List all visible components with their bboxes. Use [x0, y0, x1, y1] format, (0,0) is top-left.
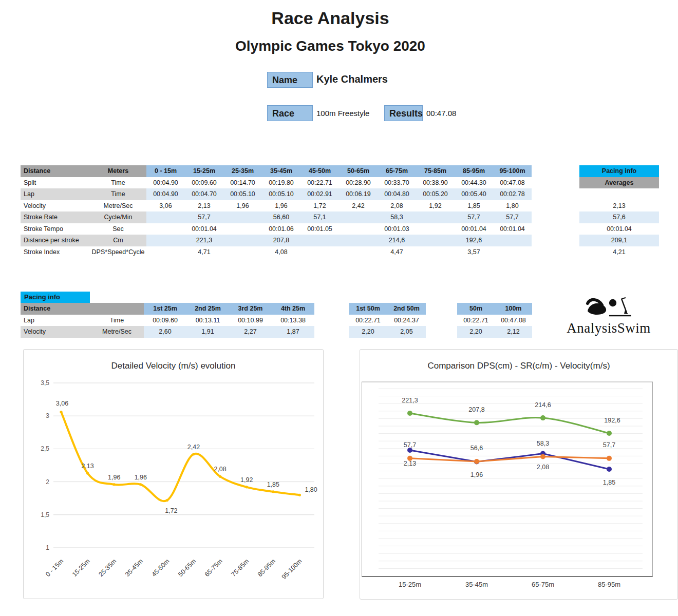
- race-value: 100m Freestyle: [316, 109, 369, 118]
- data-label: 1,96: [108, 474, 120, 481]
- value-cell: [146, 211, 185, 223]
- y-tick-label: 1: [46, 544, 49, 551]
- value-cell: [416, 235, 455, 246]
- value-cell: 3,06: [146, 200, 185, 212]
- value-cell: 2,20: [349, 326, 387, 338]
- series-marker-0: [474, 420, 479, 425]
- row-unit: Cm: [90, 235, 146, 246]
- x-category-label: 75-85m: [230, 557, 250, 578]
- splits-table: DistanceMeters0 - 15m15-25m25-35m35-45m4…: [21, 165, 532, 258]
- value-cell: 2,20: [457, 326, 495, 338]
- average-value: 2,13: [579, 200, 659, 212]
- value-cell: 00:01.03: [378, 223, 416, 235]
- table-row: VelocityMetre/Sec3,062,131,961,961,722,4…: [21, 200, 532, 212]
- value-cell: 00:05.10: [223, 188, 262, 200]
- velocity-marker: [298, 494, 301, 496]
- column-header: 4th 25m: [272, 303, 314, 315]
- column-header: 0 - 15m: [146, 165, 185, 177]
- value-cell: 00:22.71: [300, 177, 339, 189]
- value-cell: 00:01.04: [455, 223, 493, 235]
- value-cell: 00:10.99: [229, 315, 272, 326]
- value-cell: 00:44.30: [455, 177, 493, 189]
- data-label: 2,08: [214, 466, 226, 473]
- data-label: 57,7: [404, 441, 416, 449]
- value-cell: 00:05.20: [416, 188, 455, 200]
- data-label: 2,08: [537, 464, 549, 471]
- value-cell: [223, 211, 262, 223]
- average-value: [579, 188, 659, 200]
- row-label: Lap: [21, 315, 90, 326]
- value-cell: 00:47.08: [493, 177, 532, 189]
- value-cell: 00:04.90: [146, 188, 185, 200]
- value-cell: 3,57: [455, 246, 493, 258]
- table-row: Distance per strokeCm221,3207,8214,6192,…: [21, 235, 532, 246]
- race-label: Race: [267, 105, 313, 121]
- row-unit: Time: [90, 177, 146, 189]
- value-cell: 00:02.91: [300, 188, 339, 200]
- corner-distance: Distance: [21, 303, 144, 315]
- swimmer-icon: [585, 297, 633, 320]
- data-label: 214,6: [535, 401, 551, 409]
- data-label: 207,8: [468, 406, 484, 413]
- velocity-marker: [139, 483, 142, 486]
- value-cell: 00:38.90: [416, 177, 455, 189]
- row-unit: Cycle/Min: [90, 211, 146, 223]
- page-title: Race Analysis: [0, 8, 661, 28]
- row-unit: Time: [90, 315, 144, 326]
- velocity-marker: [60, 411, 62, 413]
- y-tick-label: 2,5: [41, 445, 49, 452]
- value-cell: 2,42: [339, 200, 378, 212]
- value-cell: 1,96: [262, 200, 300, 212]
- row-label: Distance per stroke: [21, 235, 90, 246]
- averages-subheader: Averages: [579, 177, 659, 189]
- row-unit: Metre/Sec: [90, 326, 144, 338]
- velocity-marker: [113, 483, 116, 486]
- table-row: Stroke TempoSec00:01.0400:01.0600:01.050…: [21, 223, 532, 235]
- x-category-label: 85-95m: [256, 557, 277, 578]
- table-row: SplitTime00:04.9000:09.6000:14.7000:19.8…: [21, 177, 532, 189]
- velocity-marker: [166, 499, 168, 502]
- x-category-label: 50-65m: [177, 557, 197, 578]
- value-cell: 1,72: [300, 200, 339, 212]
- value-cell: [339, 235, 378, 246]
- averages-header: Pacing info: [579, 165, 659, 177]
- value-cell: 57,7: [185, 211, 223, 223]
- analysisswim-logo: AnalysisSwim: [562, 297, 655, 336]
- name-label: Name: [267, 72, 313, 88]
- value-cell: 2,27: [229, 326, 272, 338]
- table-row: Stroke RateCycle/Min57,756,6057,158,357,…: [21, 211, 532, 223]
- value-cell: [493, 246, 532, 258]
- data-label: 3,06: [56, 400, 68, 407]
- y-tick-label: 2: [46, 478, 49, 486]
- value-cell: 00:13.11: [186, 315, 229, 326]
- x-category-label: 15-25m: [71, 557, 91, 578]
- data-label: 192,6: [604, 417, 620, 424]
- full-splits-table: 50m100m00:22.7100:47.082,202,12: [457, 303, 532, 338]
- corner-meters: Meters: [90, 165, 146, 177]
- row-unit: Metre/Sec: [90, 200, 146, 212]
- value-cell: 00:24.37: [387, 315, 426, 326]
- pacing-info-tag: Pacing info: [21, 292, 90, 303]
- x-category-label: 35-45m: [465, 581, 488, 588]
- column-header: 100m: [495, 303, 532, 315]
- value-cell: 00:05.40: [455, 188, 493, 200]
- value-cell: 192,6: [455, 235, 493, 246]
- quarter-splits-table: Distance1st 25m2nd 25m3rd 25m4th 25mLapT…: [21, 303, 314, 338]
- row-label: Velocity: [21, 326, 90, 338]
- value-cell: 4,47: [378, 246, 416, 258]
- column-header: 25-35m: [223, 165, 262, 177]
- row-unit: Sec: [90, 223, 146, 235]
- column-header: 85-95m: [455, 165, 493, 177]
- value-cell: 00:01.04: [185, 223, 223, 235]
- value-cell: 00:04.80: [378, 188, 416, 200]
- row-unit: DPS*Speed*Cycle: [90, 246, 146, 258]
- value-cell: 00:19.80: [262, 177, 300, 189]
- column-header: 3rd 25m: [229, 303, 272, 315]
- half-splits-table: 1st 50m2nd 50m00:22.7100:24.372,202,05: [349, 303, 426, 338]
- value-cell: 56,60: [262, 211, 300, 223]
- series-line-0: [410, 413, 609, 433]
- row-label: Stroke Index: [21, 246, 90, 258]
- value-cell: 00:04.70: [185, 188, 223, 200]
- column-header: 1st 50m: [349, 303, 387, 315]
- data-label: 2,42: [187, 444, 200, 451]
